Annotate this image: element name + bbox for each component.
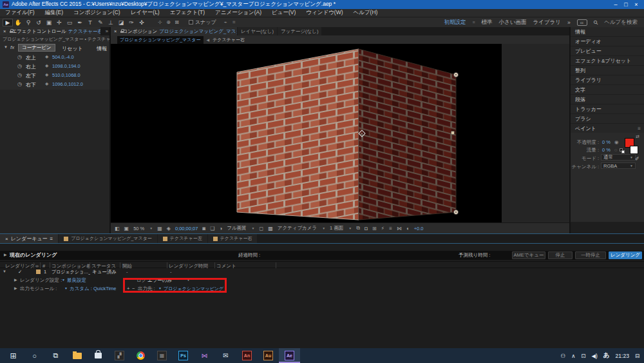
- transparency-grid-icon[interactable]: ▩: [268, 226, 273, 231]
- shared-view-icon[interactable]: ⧉: [356, 225, 360, 231]
- store-icon[interactable]: [88, 348, 109, 363]
- stopwatch-icon[interactable]: ◷: [17, 54, 22, 60]
- file-explorer-icon[interactable]: [66, 348, 88, 363]
- disclosure-icon[interactable]: ▶: [14, 276, 17, 284]
- panel-tracker[interactable]: トラッカー: [571, 104, 644, 113]
- hand-tool-icon[interactable]: ✋: [13, 19, 23, 26]
- collapse-icon[interactable]: ▼: [4, 45, 8, 49]
- tab-composition[interactable]: × コンポジション プロジェクションマッピング_マスター ≡: [111, 27, 237, 35]
- workspace-menu-icon[interactable]: ≡: [472, 20, 475, 25]
- volume-tray-icon[interactable]: ◀): [591, 353, 597, 359]
- menu-help[interactable]: ヘルプ(H): [348, 9, 383, 17]
- panel-close-icon[interactable]: ×: [3, 28, 6, 34]
- point-picker-icon[interactable]: ◈: [45, 81, 48, 86]
- workspace-small-screen[interactable]: 小さい画面: [498, 19, 526, 26]
- photoshop-icon[interactable]: Ps: [173, 348, 194, 363]
- menu-view[interactable]: ビュー(V): [267, 9, 301, 17]
- queue-item-row[interactable]: ▼ ✓ 1 プロジェクショ…_マスター キュー済み - -: [0, 268, 644, 276]
- queue-in-ame-button[interactable]: AMEでキュー: [512, 251, 545, 259]
- zoom-level-select[interactable]: 50 %: [133, 226, 144, 231]
- snap-option-icon-2[interactable]: ⌗: [230, 19, 238, 26]
- param-value[interactable]: 504.0,-4.0: [52, 54, 74, 60]
- visual-studio-icon[interactable]: ⋈: [194, 348, 215, 363]
- close-button[interactable]: ×: [631, 0, 641, 9]
- tab-comp-master[interactable]: プロジェクションマッピング_マスター: [59, 234, 157, 243]
- render-settings-value[interactable]: 最良設定: [67, 276, 86, 284]
- flow-value[interactable]: 0 %: [602, 147, 611, 153]
- stop-button[interactable]: 停止: [548, 251, 573, 259]
- workspace-default[interactable]: 初期設定: [444, 19, 466, 26]
- effect-name[interactable]: コーナーピン: [18, 44, 55, 52]
- tab-comp-texture-right[interactable]: テクスチャー右: [208, 234, 258, 243]
- stopwatch-icon[interactable]: ◷: [17, 72, 22, 78]
- main-view-icon[interactable]: ▣: [124, 226, 129, 231]
- region-of-interest-icon[interactable]: ◻: [260, 226, 264, 231]
- stopwatch-icon[interactable]: ◷: [17, 81, 22, 87]
- mode-select[interactable]: 通常 ▼: [601, 154, 636, 161]
- composition-frame[interactable]: [111, 44, 502, 222]
- pixel-aspect-icon[interactable]: ⊞: [372, 226, 377, 231]
- panel-close-icon[interactable]: ×: [5, 236, 8, 242]
- panel-library[interactable]: ライブラリ: [571, 75, 644, 84]
- puppet-pin-tool-icon[interactable]: ✜: [137, 19, 147, 26]
- exposure-value[interactable]: +0.0: [414, 226, 424, 231]
- snap-option-icon-1[interactable]: ⌁: [222, 19, 230, 25]
- menu-effect[interactable]: エフェクト(T): [165, 9, 210, 17]
- menu-composition[interactable]: コンポジション(C): [68, 9, 126, 17]
- photos-app-icon[interactable]: ▞: [109, 348, 130, 363]
- output-module-value[interactable]: カスタム : QuickTime: [70, 284, 117, 293]
- edge-square-handle[interactable]: [451, 132, 455, 135]
- panel-preview[interactable]: プレビュー: [571, 46, 644, 55]
- pen-tool-icon[interactable]: ✒: [75, 19, 85, 26]
- point-picker-icon[interactable]: ◈: [45, 63, 48, 68]
- eraser-tool-icon[interactable]: ◪: [116, 19, 126, 26]
- local-axis-mode-icon[interactable]: ⊹: [156, 19, 164, 25]
- clone-stamp-tool-icon[interactable]: ⊥: [106, 19, 116, 26]
- disclosure-icon[interactable]: ▶: [4, 251, 7, 259]
- channels-icon[interactable]: ◑: [219, 226, 222, 231]
- resolution-select[interactable]: フル画質: [227, 225, 246, 231]
- snap-checkbox[interactable]: [189, 20, 193, 25]
- grid-guides-icon[interactable]: ▦: [157, 226, 162, 231]
- roto-brush-tool-icon[interactable]: ✑: [126, 19, 137, 26]
- channel-select[interactable]: RGBA ▼: [601, 162, 636, 169]
- flowchart-icon[interactable]: ⋈: [397, 226, 402, 231]
- panel-close-icon[interactable]: ×: [114, 28, 117, 34]
- world-axis-mode-icon[interactable]: ⊕: [164, 19, 173, 25]
- current-timecode[interactable]: 0;00;00;07: [175, 226, 198, 231]
- composition-viewport[interactable]: [111, 44, 569, 222]
- tab-footage[interactable]: フッテージ(なし): [278, 27, 322, 35]
- tab-effect-controls[interactable]: × エフェクトコントロール テクスチャー右 ≡: [0, 27, 100, 35]
- panel-effects-presets[interactable]: エフェクト&プリセット: [571, 56, 644, 65]
- menu-window[interactable]: ウィンドウ(W): [301, 9, 348, 17]
- workspace-library[interactable]: ライブラリ: [533, 19, 561, 26]
- panel-paragraph[interactable]: 段落: [571, 95, 644, 104]
- panel-align[interactable]: 整列: [571, 66, 644, 75]
- display-tray-icon[interactable]: ⊡: [581, 353, 585, 359]
- menu-animation[interactable]: アニメーション(A): [210, 9, 267, 17]
- panel-audio[interactable]: オーディオ: [571, 37, 644, 46]
- help-search-input[interactable]: ヘルプを検索: [604, 19, 638, 26]
- point-picker-icon[interactable]: ◈: [45, 54, 48, 59]
- tab-comp-texture-left[interactable]: テクスチャー左: [158, 234, 207, 243]
- navigator-linked-comp[interactable]: テクスチャー右: [213, 37, 245, 43]
- dropdown-icon[interactable]: ▼: [64, 284, 68, 293]
- brush-tool-icon[interactable]: ✎: [95, 19, 106, 26]
- panel-brushes[interactable]: ブラシ: [571, 114, 644, 123]
- dropdown-icon[interactable]: ▼: [62, 276, 65, 284]
- tab-overflow-icon[interactable]: »: [106, 28, 108, 34]
- tab-layer[interactable]: レイヤー(なし): [238, 27, 277, 35]
- mail-icon[interactable]: ✉: [215, 348, 236, 363]
- workspace-standard[interactable]: 標準: [481, 19, 492, 26]
- always-preview-icon[interactable]: ◧: [115, 226, 120, 231]
- selection-tool-icon[interactable]: ▶: [3, 19, 13, 26]
- opacity-value[interactable]: 0 %: [602, 139, 611, 145]
- param-value[interactable]: 1096.0,1012.0: [52, 81, 83, 87]
- show-snapshot-icon[interactable]: ❏: [210, 226, 214, 231]
- audition-icon[interactable]: Au: [258, 348, 279, 363]
- effect-reset-link[interactable]: リセット: [62, 45, 83, 52]
- point-picker-icon[interactable]: ◈: [45, 72, 48, 77]
- effect-about-link[interactable]: 情報: [97, 45, 107, 52]
- capture-app-icon[interactable]: ▦: [151, 348, 173, 363]
- menu-layer[interactable]: レイヤー(L): [126, 9, 165, 17]
